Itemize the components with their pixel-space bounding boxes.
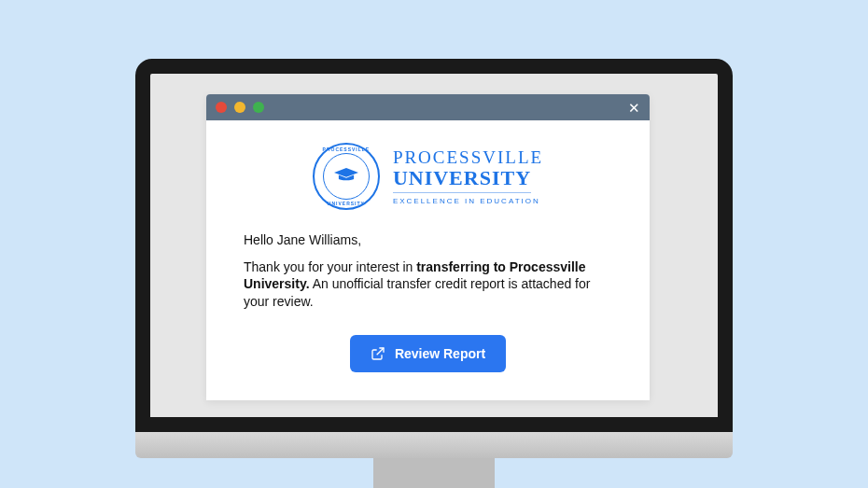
review-report-button[interactable]: Review Report [350, 335, 506, 372]
email-greeting: Hello Jane Williams, [244, 232, 612, 247]
brand-header: PROCESSVILLE UNIVERSITY PROCESSVILLE UNI… [244, 143, 612, 210]
seal-text-bottom: UNIVERSITY [328, 201, 365, 206]
brand-text: PROCESSVILLE UNIVERSITY EXCELLENCE IN ED… [393, 147, 543, 205]
brand-name-line2: UNIVERSITY [393, 166, 531, 193]
close-dot-icon[interactable] [216, 102, 227, 113]
monitor-illustration: ✕ PROCESSVILLE UNIVERSITY [135, 59, 733, 458]
close-icon[interactable]: ✕ [628, 100, 640, 114]
seal-text-top: PROCESSVILLE [323, 146, 371, 152]
graduation-cap-icon [334, 168, 358, 185]
traffic-lights [216, 102, 264, 113]
monitor-screen: ✕ PROCESSVILLE UNIVERSITY [135, 59, 733, 432]
email-message: Thank you for your interest in transferr… [244, 258, 612, 312]
email-msg-pre: Thank you for your interest in [244, 259, 416, 274]
minimize-dot-icon[interactable] [234, 102, 245, 113]
review-report-label: Review Report [395, 346, 485, 361]
university-seal-icon: PROCESSVILLE UNIVERSITY [313, 143, 380, 210]
email-body: PROCESSVILLE UNIVERSITY PROCESSVILLE UNI… [206, 120, 650, 401]
brand-name-line1: PROCESSVILLE [393, 147, 543, 168]
brand-tagline: EXCELLENCE IN EDUCATION [393, 197, 543, 205]
email-window: ✕ PROCESSVILLE UNIVERSITY [206, 94, 650, 401]
monitor-base [135, 432, 733, 458]
external-link-icon [371, 346, 385, 361]
maximize-dot-icon[interactable] [253, 102, 264, 113]
window-titlebar: ✕ [206, 94, 650, 120]
